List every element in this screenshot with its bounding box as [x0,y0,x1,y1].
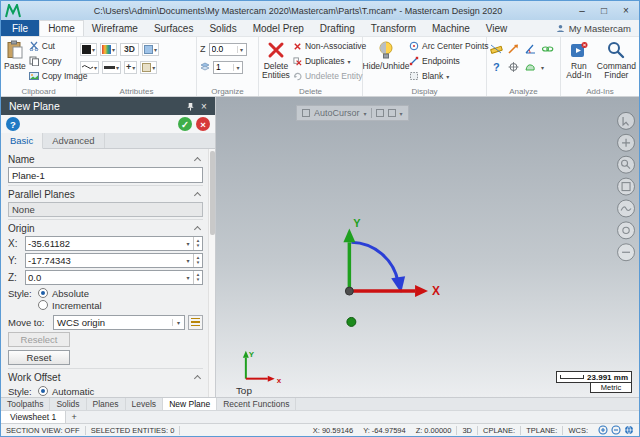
duplicates-button[interactable]: Duplicates ▾ [293,54,366,68]
move-to-options-button[interactable] [188,315,203,330]
ok-button[interactable]: ✓ [178,117,192,131]
quick-selection-button-3[interactable] [618,156,635,173]
parallel-planes-list[interactable]: None [8,202,203,217]
tab-recent-functions[interactable]: Recent Functions [217,398,296,410]
tab-machine[interactable]: Machine [424,20,478,36]
quick-selection-button-4[interactable] [618,178,635,195]
tab-surfaces[interactable]: Surfaces [146,20,201,36]
move-to-dropdown[interactable]: WCS origin ▾ [53,315,185,330]
run-addin-button[interactable]: Run Add-In [564,39,594,85]
reset-button[interactable]: Reset [8,350,70,365]
minimize-button[interactable]: – [571,2,593,19]
quick-selection-button-2[interactable] [618,134,635,151]
automatic-radio[interactable] [38,386,48,396]
combo-arrow-icon[interactable]: ▾ [183,274,193,281]
tab-view[interactable]: View [478,20,516,36]
pin-panel-icon[interactable] [183,99,197,113]
tab-solids-manager[interactable]: Solids [50,398,86,410]
close-button[interactable]: × [615,2,637,19]
combo-arrow-icon[interactable]: ▾ [183,240,193,247]
endpoints-button[interactable]: Endpoints [409,54,489,68]
help-button[interactable]: ? [6,117,20,131]
tab-solids[interactable]: Solids [201,20,244,36]
absolute-radio[interactable] [38,288,48,298]
datum-point[interactable] [347,317,356,326]
line-style-dropdown[interactable]: ▾ [80,61,99,74]
incremental-radio[interactable] [38,300,48,310]
blank-button[interactable]: Blank ▾ [409,69,489,83]
level-field[interactable]: ▾ [213,61,243,74]
dynamic-analyze-icon[interactable] [507,43,520,55]
position-analyze-icon[interactable] [507,61,520,73]
collapse-chevron-icon[interactable] [194,226,201,233]
tab-home[interactable]: Home [39,20,84,36]
combo-arrow-icon[interactable]: ▾ [183,257,193,264]
tab-basic[interactable]: Basic [1,133,43,149]
reselect-button[interactable]: Reselect [8,332,70,347]
panel-scrollbar[interactable] [208,149,215,397]
wcs-selector[interactable]: WCS: [563,426,593,435]
plane-name-field[interactable] [8,167,203,183]
cplane-selector[interactable]: CPLANE: [478,426,520,435]
tab-wireframe[interactable]: Wireframe [84,20,146,36]
delete-entities-button[interactable]: Delete Entities [262,39,290,85]
viewport-canvas[interactable]: Y X Y x Top [216,97,639,398]
close-panel-icon[interactable]: × [197,99,211,113]
zoom-out-icon[interactable] [611,425,621,435]
origin-z-field[interactable]: ▾ ▲▼ [25,270,203,285]
origin-x-field[interactable]: ▾ ▲▼ [25,236,203,251]
paste-button[interactable]: Paste [4,39,26,85]
section-view-status[interactable]: SECTION VIEW: OFF [1,426,85,435]
tab-advanced[interactable]: Advanced [43,133,104,148]
world-icon[interactable] [624,425,634,435]
arc-center-points-button[interactable]: Arc Center Points [409,39,489,53]
command-finder-button[interactable]: Command Finder [597,39,636,85]
spinner-control[interactable]: ▲▼ [193,254,202,267]
scrollbar-thumb[interactable] [210,151,215,235]
mode-toggle[interactable]: 3D [457,426,477,435]
non-associative-button[interactable]: Non-Associative [293,39,366,53]
quick-selection-button-5[interactable] [618,200,635,217]
zoom-in-icon[interactable] [598,425,608,435]
set-attributes-dropdown[interactable]: ▾ [140,61,157,74]
maximize-button[interactable]: □ [593,2,615,19]
point-style-dropdown[interactable]: +▾ [124,61,137,74]
entity-analyze-icon[interactable]: ? [490,61,503,73]
tab-new-plane[interactable]: New Plane [163,398,217,410]
origin-y-field[interactable]: ▾ ▲▼ [25,253,203,268]
angle-analyze-icon[interactable] [524,43,537,55]
spinner-control[interactable]: ▲▼ [193,237,202,250]
chain-analyze-icon[interactable] [541,43,554,55]
solid-color-dropdown[interactable]: ▾ [100,43,117,56]
tab-levels[interactable]: Levels [126,398,164,410]
collapse-chevron-icon[interactable] [194,192,201,199]
tab-transform[interactable]: Transform [363,20,424,36]
file-menu-button[interactable]: File [1,20,39,36]
origin-point[interactable] [345,287,353,295]
undelete-entity-button[interactable]: Undelete Entity [293,69,366,83]
z-depth-field[interactable]: ▾ [209,43,247,56]
tab-toolpaths[interactable]: Toolpaths [1,398,50,410]
hide-unhide-button[interactable]: Hide/Unhide [366,39,406,85]
cancel-button[interactable]: × [196,117,210,131]
measure-distance-icon[interactable] [490,43,503,55]
tab-model-prep[interactable]: Model Prep [245,20,312,36]
spinner-control[interactable]: ▲▼ [193,271,202,284]
tplane-selector[interactable]: TPLANE: [521,426,562,435]
collapse-chevron-icon[interactable] [194,375,201,382]
tab-drafting[interactable]: Drafting [312,20,363,36]
graphics-viewport[interactable]: AutoCursor ▾ ▾ Y [216,97,639,397]
tab-planes[interactable]: Planes [87,398,126,410]
add-viewsheet-button[interactable]: + [66,411,82,423]
wireframe-color-dropdown[interactable]: ▾ [80,43,97,56]
line-width-dropdown[interactable]: ▾ [102,61,121,74]
collapse-chevron-icon[interactable] [194,157,201,164]
quick-selection-button-6[interactable] [618,222,635,239]
area-analyze-icon[interactable] [524,61,537,73]
quick-selection-button-1[interactable] [618,112,635,129]
quick-selection-button-7[interactable] [618,244,635,261]
material-dropdown[interactable]: ▾ [142,43,159,56]
3d-mode-toggle[interactable]: 3D [120,43,139,56]
viewsheet-tab[interactable]: Viewsheet 1 [1,411,66,423]
my-mastercam-link[interactable]: My Mastercam [556,20,639,36]
